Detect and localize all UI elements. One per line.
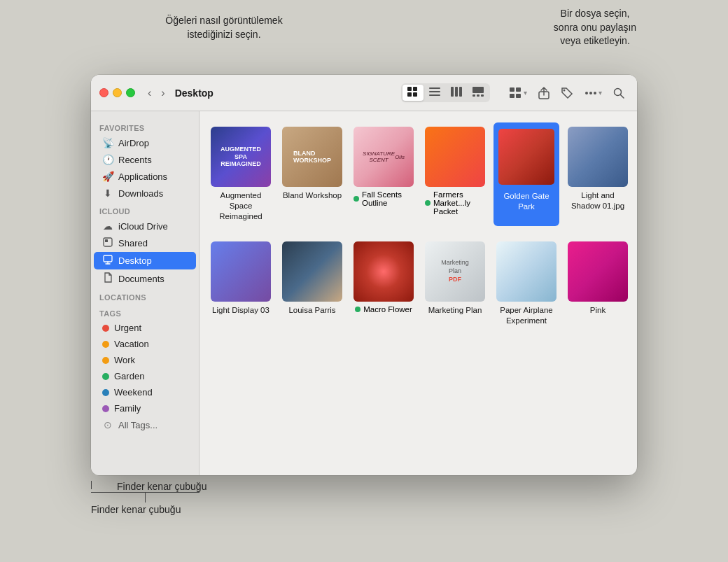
bottom-line (91, 481, 92, 489)
icloud-label: iCloud (91, 202, 199, 218)
work-tag-dot (102, 357, 109, 364)
svg-rect-13 (481, 94, 484, 97)
desktop-icon (102, 255, 113, 267)
svg-rect-5 (429, 91, 440, 92)
gallery-view-button[interactable] (468, 85, 489, 101)
sidebar-item-weekend[interactable]: Weekend (94, 384, 196, 400)
minimize-button[interactable] (113, 88, 122, 97)
svg-rect-25 (105, 239, 108, 242)
main-area: Favorites 📡 AirDrop 🕐 Recents 🚀 Applicat… (91, 111, 637, 475)
sidebar-item-label: AirDrop (118, 138, 149, 148)
search-button[interactable] (609, 85, 629, 101)
svg-rect-14 (510, 87, 514, 92)
callout-view-items: Öğeleri nasıl görüntülemek istediğinizi … (147, 14, 301, 41)
urgent-tag-dot (102, 325, 109, 332)
sidebar-item-label: Downloads (118, 188, 163, 199)
view-controls (401, 83, 490, 102)
file-item-golden[interactable]: Golden Gate Park (493, 122, 559, 226)
more-button[interactable]: ▾ (580, 86, 606, 99)
maximize-button[interactable] (126, 88, 135, 97)
sidebar-item-label: Recents (118, 155, 152, 165)
sidebar-item-shared[interactable]: Shared (94, 234, 196, 252)
file-row-2: Light Display 03 Louisa Parris Macro Flo… (208, 237, 629, 330)
file-item-louisa[interactable]: Louisa Parris (279, 237, 345, 330)
file-item-bland[interactable]: BLANDWORKSHOP Bland Workshop (279, 122, 345, 226)
file-item-pink[interactable]: Pink (565, 237, 631, 330)
sidebar-item-urgent[interactable]: Urgent (94, 320, 196, 336)
file-row-1: AUGMENTEDSPAREIMAGINED Augmented Space R… (208, 122, 629, 226)
file-thumb-pink (568, 241, 628, 302)
back-button[interactable]: ‹ (145, 85, 154, 101)
sidebar-item-recents[interactable]: 🕐 Recents (94, 151, 196, 168)
file-name-fall: Fall Scents Outline (354, 190, 414, 207)
file-name-marketing: Marketing Plan (428, 305, 482, 316)
bottom-callout-text: Finder kenar çubuğu (117, 481, 206, 492)
sidebar-item-vacation[interactable]: Vacation (94, 336, 196, 352)
svg-rect-15 (516, 87, 521, 92)
forward-button[interactable]: › (158, 85, 167, 101)
svg-rect-7 (451, 87, 454, 97)
file-thumb-golden (496, 127, 556, 187)
recents-icon: 🕐 (102, 154, 113, 165)
sidebar-item-label: All Tags... (118, 420, 158, 430)
file-thumb-light03 (211, 241, 271, 302)
file-name-macro: Macro Flower (355, 305, 412, 314)
close-button[interactable] (99, 88, 108, 97)
file-item-light03[interactable]: Light Display 03 (208, 237, 274, 330)
file-thumb-paper (496, 241, 556, 302)
sidebar-item-label: Garden (114, 371, 144, 381)
file-name-pink: Pink (590, 305, 606, 316)
tag-button[interactable] (556, 84, 578, 102)
sidebar-item-label: Applications (118, 171, 167, 182)
sidebar-item-documents[interactable]: Documents (94, 269, 196, 288)
file-name-paper: Paper Airplane Experiment (496, 305, 556, 326)
column-view-button[interactable] (446, 85, 467, 101)
file-item-rail[interactable]: Rail Chasers (636, 237, 637, 330)
garden-tag-dot (102, 373, 109, 380)
share-button[interactable] (534, 84, 554, 102)
file-item-light-shadow[interactable]: Light and Shadow 01.jpg (565, 122, 631, 226)
sidebar-item-family[interactable]: Family (94, 400, 196, 416)
svg-point-22 (594, 92, 596, 94)
bottom-callout: Finder kenar çubuğu (91, 481, 206, 492)
file-item-marketing[interactable]: MarketingPlanPDF Marketing Plan (422, 237, 488, 330)
sidebar-item-icloud-drive[interactable]: ☁ iCloud Drive (94, 218, 196, 234)
file-item-augmented[interactable]: AUGMENTEDSPAREIMAGINED Augmented Space R… (208, 122, 274, 226)
file-item-fall[interactable]: SIGNATURESCENTOils Fall Scents Outline (351, 122, 416, 226)
file-item-light01[interactable]: Light Display 01 (636, 122, 637, 226)
file-thumb-light-shadow (568, 127, 628, 187)
file-thumb-fall: SIGNATURESCENTOils (354, 127, 414, 187)
file-item-farmers[interactable]: Farmers Market...ly Packet (422, 122, 488, 226)
window-title: Desktop (175, 87, 214, 99)
file-grid: AUGMENTEDSPAREIMAGINED Augmented Space R… (200, 111, 637, 475)
svg-point-21 (589, 92, 592, 94)
list-view-button[interactable] (424, 85, 445, 101)
svg-rect-26 (104, 255, 112, 262)
file-thumb-augmented: AUGMENTEDSPAREIMAGINED (211, 127, 271, 187)
sidebar-item-applications[interactable]: 🚀 Applications (94, 168, 196, 185)
icon-view-button[interactable] (402, 85, 424, 101)
sidebar: Favorites 📡 AirDrop 🕐 Recents 🚀 Applicat… (91, 111, 200, 475)
tags-label: Tags (91, 304, 199, 320)
sidebar-item-label: Weekend (114, 387, 153, 398)
sidebar-item-work[interactable]: Work (94, 352, 196, 368)
svg-rect-17 (516, 94, 521, 98)
sidebar-item-all-tags[interactable]: ⊙ All Tags... (94, 416, 196, 433)
sidebar-item-airdrop[interactable]: 📡 AirDrop (94, 134, 196, 151)
file-item-macro[interactable]: Macro Flower (351, 237, 416, 330)
sidebar-item-desktop[interactable]: Desktop (94, 252, 196, 269)
bottom-arrow (91, 481, 92, 489)
file-thumb-bland: BLANDWORKSHOP (282, 127, 342, 187)
sidebar-item-downloads[interactable]: ⬇ Downloads (94, 185, 196, 202)
all-tags-icon: ⊙ (102, 419, 113, 430)
applications-icon: 🚀 (102, 171, 113, 182)
svg-rect-8 (455, 87, 458, 97)
file-item-paper[interactable]: Paper Airplane Experiment (493, 237, 559, 330)
svg-rect-11 (472, 94, 475, 97)
bottom-annotation-area: Finder kenar çubuğu Finder kenar çubuğu (91, 481, 637, 515)
file-name-bland: Bland Workshop (283, 190, 342, 201)
file-name-louisa: Louisa Parris (288, 305, 335, 316)
sidebar-item-garden[interactable]: Garden (94, 368, 196, 384)
group-button[interactable]: ▾ (505, 85, 531, 101)
family-tag-dot (102, 405, 109, 412)
